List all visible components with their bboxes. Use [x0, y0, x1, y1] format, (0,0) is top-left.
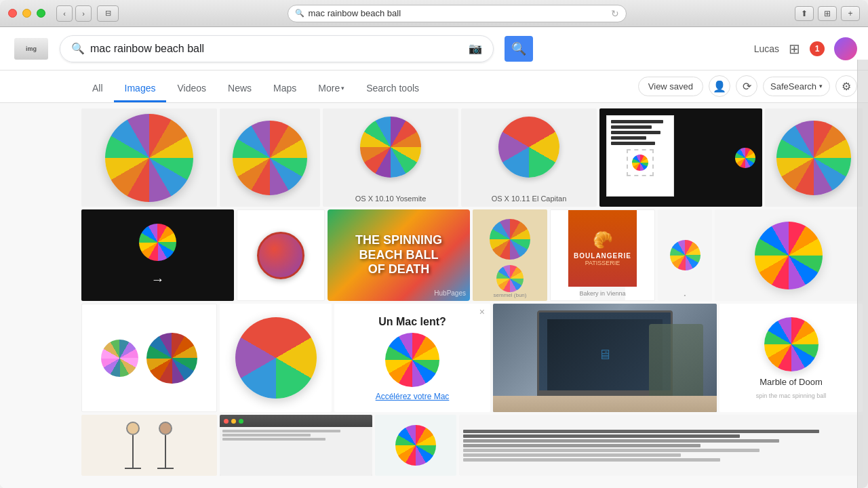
tab-images[interactable]: Images — [114, 76, 167, 102]
minimize-button[interactable] — [22, 9, 31, 18]
grid-apps-icon[interactable]: ⊞ — [789, 41, 800, 57]
image-3-5[interactable]: Marble of Doom spin the mac spinning bal… — [719, 304, 863, 412]
image-2-4[interactable]: semmel (bun) — [473, 209, 547, 301]
tab-icon: ⊟ — [105, 9, 111, 18]
tab-news[interactable]: News — [217, 76, 262, 102]
image-4-3[interactable] — [375, 415, 456, 476]
tools-icon-btn[interactable]: ⟳ — [736, 75, 757, 97]
more-label: More — [318, 83, 340, 94]
user-avatar[interactable] — [834, 37, 857, 60]
search-icon-inner: 🔍 — [71, 42, 85, 55]
image-2-6[interactable]: • — [658, 209, 712, 301]
maximize-button[interactable] — [37, 9, 45, 18]
add-tab-button[interactable]: + — [841, 6, 860, 21]
view-saved-button[interactable]: View saved — [638, 77, 703, 96]
image-1-5[interactable] — [599, 108, 762, 207]
search-tools-label: Search tools — [366, 83, 419, 94]
image-2-1[interactable]: → — [81, 209, 234, 301]
image-1-4[interactable]: OS X 10.11 El Capitan — [461, 108, 597, 207]
search-query-text: mac rainbow beach ball — [90, 43, 463, 55]
right-edge-overlay — [857, 60, 868, 488]
user-name-text: Lucas — [754, 43, 779, 54]
safe-search-label: SafeSearch — [770, 81, 816, 92]
close-button[interactable] — [8, 9, 17, 18]
image-3-1[interactable] — [81, 304, 217, 412]
image-4-1[interactable] — [81, 415, 217, 476]
tab-more[interactable]: More ▾ — [307, 76, 355, 102]
image-row-3: × Un Mac lent? Accélérez votre Mac 🖥 — [81, 304, 863, 412]
tab-all[interactable]: All — [81, 76, 114, 102]
more-dropdown-icon: ▾ — [341, 85, 344, 92]
share-icon: ⬆ — [801, 9, 808, 18]
google-bar: img 🔍 mac rainbow beach ball 📷 🔍 Lucas ⊞… — [0, 27, 868, 70]
image-4-4[interactable] — [459, 415, 863, 476]
safe-search-button[interactable]: SafeSearch ▾ — [763, 77, 830, 96]
semmel-label: semmel (bun) — [494, 292, 527, 298]
account-icon-btn[interactable]: 👤 — [709, 75, 730, 97]
image-2-2[interactable] — [237, 209, 325, 301]
image-2-5[interactable]: 🥐 BOULANGERIE PATISSERIE Bakery in Vienn… — [550, 209, 655, 301]
tab-videos[interactable]: Videos — [166, 76, 217, 102]
search-box[interactable]: 🔍 mac rainbow beach ball 📷 — [60, 35, 494, 62]
image-1-2[interactable] — [220, 108, 320, 207]
image-3-2[interactable] — [220, 304, 332, 412]
un-mac-lent-text: Un Mac lent? — [378, 310, 446, 328]
dismiss-x-icon[interactable]: × — [479, 306, 485, 317]
refresh-icon[interactable]: ↻ — [611, 8, 619, 19]
accelerate-mac-link[interactable]: Accélérez votre Mac — [376, 392, 450, 405]
tab-button[interactable]: ⊟ — [97, 5, 119, 22]
spinning-text-line3: OF DEATH — [368, 262, 430, 276]
arrow-right-icon: › — [82, 9, 85, 18]
share-button[interactable]: ⬆ — [795, 6, 814, 21]
notification-count: 1 — [815, 44, 820, 54]
bakery-caption: Bakery in Vienna — [580, 290, 626, 297]
image-row-4 — [81, 415, 863, 476]
image-3-3[interactable]: × Un Mac lent? Accélérez votre Mac — [334, 304, 490, 412]
image-2-3[interactable]: THE SPINNING BEACH BALL OF DEATH HubPage… — [328, 209, 470, 301]
spinning-text-line1: THE SPINNING — [355, 233, 442, 247]
image-2-7[interactable] — [715, 209, 863, 301]
back-button[interactable]: ‹ — [56, 5, 73, 22]
image-row-1: OS X 10.10 Yosemite OS X 10.11 El Capita… — [81, 108, 863, 207]
caption-yosemite: OS X 10.10 Yosemite — [355, 195, 427, 203]
arrow-indicator: → — [151, 272, 165, 287]
settings-icon: ⚙ — [842, 80, 851, 93]
image-1-6[interactable] — [765, 108, 863, 207]
bakery-icon: 🥐 — [593, 230, 613, 249]
address-bar[interactable]: 🔍 mac rainbow beach ball ↻ — [288, 5, 627, 22]
bakery-subtitle: PATISSERIE — [585, 260, 620, 266]
new-tab-icon: ⊞ — [824, 9, 831, 18]
forward-button[interactable]: › — [75, 5, 92, 22]
arrow-left-icon: ‹ — [63, 9, 66, 18]
spinning-text-line2: BEACH BALL — [359, 248, 438, 262]
search-button[interactable]: 🔍 — [505, 36, 533, 62]
image-row-2: → THE SPINNING BEACH BALL OF DEATH HubPa… — [81, 209, 863, 301]
safe-search-dropdown-icon: ▾ — [819, 83, 823, 89]
bakery-title: BOULANGERIE — [574, 252, 631, 260]
new-tab-button[interactable]: ⊞ — [818, 6, 837, 21]
marble-of-doom-sublabel: spin the mac spinning ball — [756, 392, 827, 399]
plus-icon: + — [848, 9, 852, 18]
tab-maps[interactable]: Maps — [262, 76, 307, 102]
tab-search-tools[interactable]: Search tools — [355, 76, 430, 102]
image-1-1[interactable] — [81, 108, 217, 207]
search-btn-icon: 🔍 — [511, 41, 526, 56]
image-3-4[interactable]: 🖥 — [493, 304, 717, 412]
title-bar: ‹ › ⊟ 🔍 mac rainbow beach ball ↻ ⬆ ⊞ — [0, 0, 868, 27]
search-icon: 🔍 — [295, 9, 304, 18]
url-text: mac rainbow beach ball — [309, 8, 607, 18]
caption-el-capitan: OS X 10.11 El Capitan — [492, 195, 567, 203]
tools-icon: ⟳ — [743, 80, 751, 93]
marble-of-doom-label: Marble of Doom — [760, 377, 822, 387]
image-4-2[interactable] — [220, 415, 372, 476]
person-icon: 👤 — [713, 80, 726, 93]
image-grid-content: OS X 10.10 Yosemite OS X 10.11 El Capita… — [0, 103, 868, 488]
camera-icon[interactable]: 📷 — [469, 42, 482, 55]
nav-tabs-bar: All Images Videos News Maps More ▾ Searc… — [0, 70, 868, 103]
notification-badge[interactable]: 1 — [810, 41, 825, 56]
settings-button[interactable]: ⚙ — [835, 75, 857, 97]
image-1-3[interactable]: OS X 10.10 Yosemite — [323, 108, 458, 207]
google-logo[interactable]: img — [11, 35, 52, 62]
